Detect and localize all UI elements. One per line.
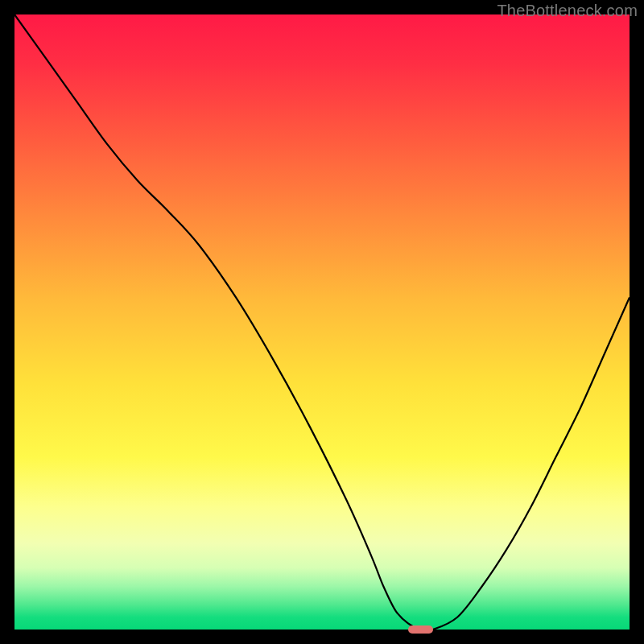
watermark-text: TheBottleneck.com	[497, 2, 638, 20]
plot-area	[14, 14, 630, 630]
bottleneck-curve	[14, 14, 630, 630]
optimal-marker	[408, 625, 433, 633]
chart-frame: TheBottleneck.com	[0, 0, 644, 644]
